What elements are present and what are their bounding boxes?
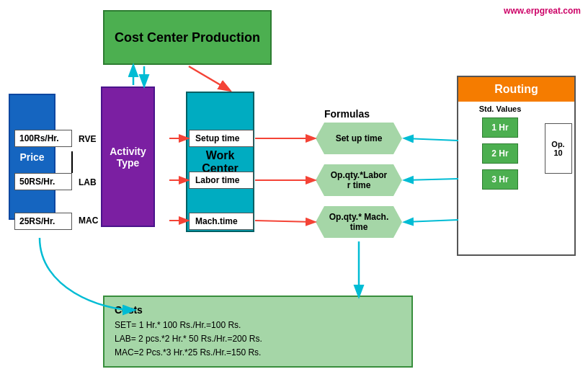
- price-item-1: 100Rs/Hr.: [14, 130, 72, 147]
- costs-title: Costs: [115, 304, 401, 316]
- formula-mach: Op.qty.* Mach.time: [316, 206, 402, 238]
- costs-box: Costs SET= 1 Hr.* 100 Rs./Hr.=100 Rs. LA…: [103, 296, 413, 368]
- std-val-2: 2 Hr: [482, 143, 518, 164]
- std-values-label: Std. Values: [479, 105, 522, 113]
- cost-center-title: Cost Center Production: [115, 30, 260, 45]
- act-label-mac: MAC: [79, 216, 98, 226]
- activity-type-box: ActivityType: [101, 86, 155, 227]
- work-center-box: Work Center: [186, 92, 254, 232]
- cost-center-box: Cost Center Production: [103, 10, 272, 65]
- activity-type-label: ActivityType: [110, 146, 146, 169]
- wc-mach-time: Mach.time: [189, 213, 254, 230]
- routing-header: Routing: [458, 77, 574, 102]
- std-val-1: 1 Hr: [482, 117, 518, 138]
- std-val-3: 3 Hr: [482, 169, 518, 190]
- std-values-col: Std. Values 1 Hr 2 Hr 3 Hr: [458, 102, 542, 249]
- wc-labor-time: Labor time: [189, 172, 254, 189]
- costs-line-2: LAB= 2 pcs.*2 Hr.* 50 Rs./Hr.=200 Rs.: [115, 332, 401, 346]
- formula-setup: Set up time: [316, 123, 402, 154]
- svg-line-11: [405, 220, 458, 222]
- formula-labor: Op.qty.*Laborr time: [316, 164, 402, 196]
- act-label-lab: LAB: [79, 177, 97, 187]
- price-label: Price: [19, 151, 44, 163]
- act-label-rve: RVE: [79, 134, 96, 144]
- formulas-label: Formulas: [324, 108, 370, 120]
- svg-line-8: [255, 221, 314, 222]
- routing-inner: Std. Values 1 Hr 2 Hr 3 Hr Op.10: [458, 102, 574, 249]
- watermark: www.erpgreat.com: [504, 6, 581, 16]
- costs-line-1: SET= 1 Hr.* 100 Rs./Hr.=100 Rs.: [115, 319, 401, 332]
- price-box: Price: [9, 94, 55, 220]
- costs-line-3: MAC=2 Pcs.*3 Hr.*25 Rs./Hr.=150 Rs.: [115, 346, 401, 360]
- svg-line-2: [189, 66, 229, 90]
- routing-box: Routing Std. Values 1 Hr 2 Hr 3 Hr Op.10: [457, 76, 576, 256]
- svg-line-9: [405, 138, 458, 141]
- price-item-3: 25RS/Hr.: [14, 213, 72, 230]
- op-col: Op.10: [542, 102, 574, 249]
- svg-line-10: [405, 179, 458, 180]
- wc-setup-time: Setup time: [189, 130, 254, 147]
- op-item: Op.10: [545, 123, 572, 174]
- price-item-2: 50RS/Hr.: [14, 173, 72, 190]
